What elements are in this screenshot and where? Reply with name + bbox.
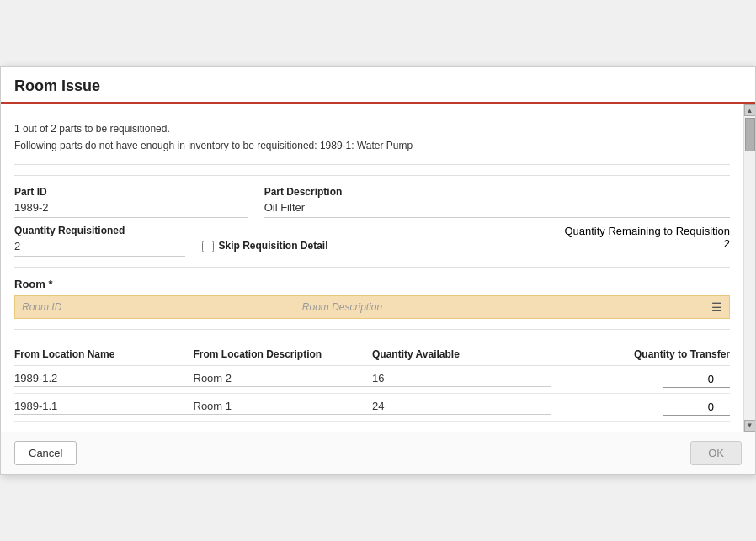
- part-id-group: Part ID 1989-2: [14, 186, 248, 218]
- dialog-header: Room Issue: [1, 67, 755, 104]
- qty-row: Quantity Requisitioned 2 Skip Requisitio…: [14, 225, 730, 257]
- qty-remaining-group: Quantity Remaining to Requisition 2: [389, 225, 730, 257]
- qty-remaining-value: 2: [389, 237, 730, 250]
- loc-name-0: 1989-1.2: [14, 372, 194, 387]
- qty-req-label: Quantity Requisitioned: [14, 225, 185, 236]
- col-header-qty-transfer: Quantity to Transfer: [551, 348, 731, 360]
- qty-remaining-label: Quantity Remaining to Requisition: [389, 225, 730, 237]
- dialog-title: Room Issue: [14, 77, 742, 95]
- scrollbar-track: ▲ ▼: [743, 104, 755, 431]
- part-desc-label: Part Description: [264, 186, 730, 198]
- skip-requisition-label: Skip Requisition Detail: [219, 240, 328, 252]
- dialog-body: 1 out of 2 parts to be requisitioned. Fo…: [1, 104, 755, 431]
- info-box: 1 out of 2 parts to be requisitioned. Fo…: [14, 114, 730, 164]
- loc-desc-0: Room 2: [194, 372, 373, 387]
- dialog-content: 1 out of 2 parts to be requisitioned. Fo…: [1, 104, 743, 431]
- info-line1: 1 out of 2 parts to be requisitioned.: [14, 121, 730, 137]
- qty-transfer-input-0[interactable]: [663, 371, 730, 388]
- scrollbar-thumb[interactable]: [745, 118, 755, 151]
- part-id-label: Part ID: [14, 186, 248, 198]
- col-header-loc-name: From Location Name: [14, 348, 194, 360]
- qty-req-group: Quantity Requisitioned 2: [14, 225, 185, 257]
- room-label: Room *: [14, 278, 730, 290]
- room-input-row[interactable]: Room ID Room Description ☰: [14, 295, 730, 319]
- section-divider-2: [14, 267, 730, 268]
- room-desc-placeholder: Room Description: [302, 301, 722, 313]
- cancel-button[interactable]: Cancel: [14, 441, 77, 465]
- part-desc-group: Part Description Oil Filter: [264, 186, 730, 218]
- scrollbar-up-btn[interactable]: ▲: [744, 104, 756, 116]
- col-header-qty-avail: Quantity Available: [372, 348, 551, 360]
- section-divider-1: [14, 175, 730, 176]
- table-row: 1989-1.2 Room 2 16: [14, 366, 730, 394]
- room-section: Room * Room ID Room Description ☰: [14, 278, 730, 319]
- table-row: 1989-1.1 Room 1 24: [14, 394, 730, 422]
- room-id-placeholder: Room ID: [22, 301, 302, 313]
- qty-transfer-col-0: [551, 371, 731, 388]
- loc-name-1: 1989-1.1: [14, 400, 194, 415]
- qty-avail-0: 16: [372, 372, 551, 387]
- skip-requisition-row: Skip Requisition Detail: [202, 225, 373, 253]
- ok-button[interactable]: OK: [690, 441, 742, 465]
- skip-checkbox-group: Skip Requisition Detail: [202, 225, 373, 257]
- loc-desc-1: Room 1: [194, 400, 373, 415]
- qty-avail-1: 24: [372, 400, 551, 415]
- part-id-value: 1989-2: [14, 199, 248, 218]
- part-info-row: Part ID 1989-2 Part Description Oil Filt…: [14, 186, 730, 218]
- qty-transfer-col-1: [551, 399, 731, 416]
- dialog-footer: Cancel OK: [1, 432, 755, 474]
- location-table-header: From Location Name From Location Descrip…: [14, 343, 730, 366]
- scrollbar-down-btn[interactable]: ▼: [744, 420, 756, 432]
- room-issue-dialog: Room Issue 1 out of 2 parts to be requis…: [0, 66, 756, 474]
- col-header-loc-desc: From Location Description: [194, 348, 373, 360]
- qty-transfer-input-1[interactable]: [663, 399, 730, 416]
- skip-requisition-checkbox[interactable]: [202, 241, 214, 252]
- room-menu-icon[interactable]: ☰: [711, 300, 722, 314]
- section-divider-3: [14, 329, 730, 330]
- info-line2: Following parts do not have enough in in…: [14, 138, 730, 154]
- qty-req-value: 2: [14, 238, 185, 257]
- part-desc-value: Oil Filter: [264, 199, 730, 218]
